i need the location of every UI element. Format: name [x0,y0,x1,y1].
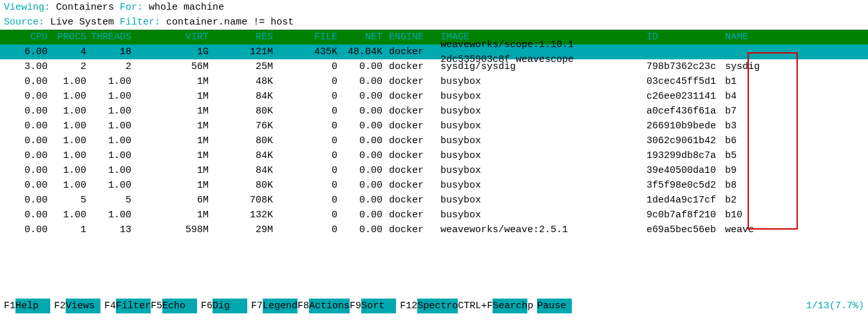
col-id[interactable]: ID [644,30,721,44]
cell-threads: 1.00 [90,89,135,104]
cell-image: busybox [438,89,644,104]
col-virt[interactable]: VIRT [135,30,212,44]
cell-cpu: 0.00 [0,74,52,89]
cell-threads: 1.00 [90,104,135,119]
cell-file: 0 [277,74,341,89]
f7-legend[interactable]: Legend [263,299,297,313]
cell-engine: docker [386,74,438,89]
cell-res: 84K [212,163,277,178]
col-threads[interactable]: THREADS [90,30,135,44]
f6-dig[interactable]: Dig [212,299,247,313]
cell-net: 0.00 [341,163,386,178]
cell-procs: 1.00 [52,74,90,89]
filter-value: container.name != host [166,17,294,28]
col-engine[interactable]: ENGINE [386,30,438,44]
cell-engine: docker [386,104,438,119]
footer-bar: F1Help F2Views F4Filter F5Echo F6Dig F7L… [4,299,864,313]
cell-threads: 1.00 [90,208,135,222]
col-cpu[interactable]: CPU [0,30,52,44]
cell-threads: 18 [90,44,135,59]
table-row[interactable]: 0.001.001.001M76K00.00dockerbusybox26691… [0,119,868,133]
cell-id: 1ded4a9c17cf [644,193,721,208]
cell-procs: 1.00 [52,119,90,133]
cell-engine: docker [386,119,438,133]
f8-key: F8 [297,299,309,313]
cell-cpu: 0.00 [0,148,52,163]
table-row[interactable]: 0.00556M708K00.00dockerbusybox1ded4a9c17… [0,193,868,208]
f2-views[interactable]: Views [66,299,100,313]
f4-filter[interactable]: Filter [116,299,151,313]
cell-id: 9c0b7af8f210 [644,208,721,222]
cell-threads: 1.00 [90,133,135,148]
cell-cpu: 0.00 [0,119,52,133]
col-res[interactable]: RES [212,30,277,44]
table-row[interactable]: 0.001.001.001M84K00.00dockerbusybox19329… [0,148,868,163]
cell-virt: 1M [135,74,212,89]
for-value: whole machine [149,2,224,13]
f8-actions[interactable]: Actions [309,299,350,313]
cell-res: 84K [212,148,277,163]
f5-echo[interactable]: Echo [162,299,197,313]
cell-net: 0.00 [341,208,386,222]
cell-threads: 1.00 [90,178,135,193]
table-header[interactable]: CPU PROCS THREADS VIRT RES FILE NET ENGI… [0,30,868,44]
col-name[interactable]: NAME [721,30,786,44]
col-file[interactable]: FILE [277,30,341,44]
table-row-selected[interactable]: 6.00 4 18 1G 121M 435K 48.04K docker wea… [0,44,868,59]
cell-net: 0.00 [341,133,386,148]
table-row[interactable]: 3.002256M25M00.00dockersysdig/sysdig798b… [0,59,868,74]
cell-name: b7 [721,104,786,119]
cell-id: 39e40500da10 [644,163,721,178]
context-line-1: Viewing: Containers For: whole machine [0,0,868,15]
cell-name: b10 [721,208,786,222]
cell-threads: 2 [90,59,135,74]
f1-key: F1 [4,299,15,313]
table-row[interactable]: 0.00113598M29M00.00dockerweaveworks/weav… [0,222,868,237]
cell-image: busybox [438,163,644,178]
cell-engine: docker [386,59,438,74]
f9-sort[interactable]: Sort [361,299,396,313]
cell-net: 0.00 [341,74,386,89]
table-row[interactable]: 0.001.001.001M132K00.00dockerbusybox9c0b… [0,208,868,222]
ctrlf-search[interactable]: Search [493,299,527,313]
cell-name: b6 [721,133,786,148]
cell-id: 3f5f98e0c5d2 [644,178,721,193]
table-row[interactable]: 0.001.001.001M80K00.00dockerbusyboxa0cef… [0,104,868,119]
f4-key: F4 [104,299,116,313]
table-row[interactable]: 0.001.001.001M48K00.00dockerbusybox03cec… [0,74,868,89]
cell-res: 80K [212,104,277,119]
table-row[interactable]: 0.001.001.001M84K00.00dockerbusyboxc26ee… [0,89,868,104]
table-row[interactable]: 0.001.001.001M80K00.00dockerbusybox3062c… [0,133,868,148]
pagination-indicator: 1/13(7.7%) [806,299,864,313]
cell-threads: 1.00 [90,148,135,163]
cell-procs: 1.00 [52,163,90,178]
cell-file: 0 [277,89,341,104]
cell-image: sysdig/sysdig [438,59,644,74]
table-row[interactable]: 0.001.001.001M84K00.00dockerbusybox39e40… [0,163,868,178]
cell-virt: 56M [135,59,212,74]
cell-engine: docker [386,208,438,222]
cell-file: 0 [277,222,341,237]
table-row[interactable]: 0.001.001.001M80K00.00dockerbusybox3f5f9… [0,178,868,193]
f1-help[interactable]: Help [15,299,50,313]
f12-key: F12 [400,299,417,313]
cell-file: 0 [277,163,341,178]
col-net[interactable]: NET [341,30,386,44]
cell-res: 80K [212,133,277,148]
cell-engine: docker [386,163,438,178]
f12-spectro[interactable]: Spectro [417,299,458,313]
cell-file: 0 [277,193,341,208]
cell-image: busybox [438,208,644,222]
cell-net: 0.00 [341,89,386,104]
cell-engine: docker [386,193,438,208]
cell-cpu: 0.00 [0,178,52,193]
ctrlf-key: CTRL+F [458,299,493,313]
p-pause[interactable]: Pause [537,299,572,313]
cell-res: 29M [212,222,277,237]
cell-res: 84K [212,89,277,104]
col-procs[interactable]: PROCS [52,30,90,44]
cell-res: 80K [212,178,277,193]
cell-name: b9 [721,163,786,178]
cell-file: 0 [277,208,341,222]
cell-id: 798b7362c23c [644,59,721,74]
